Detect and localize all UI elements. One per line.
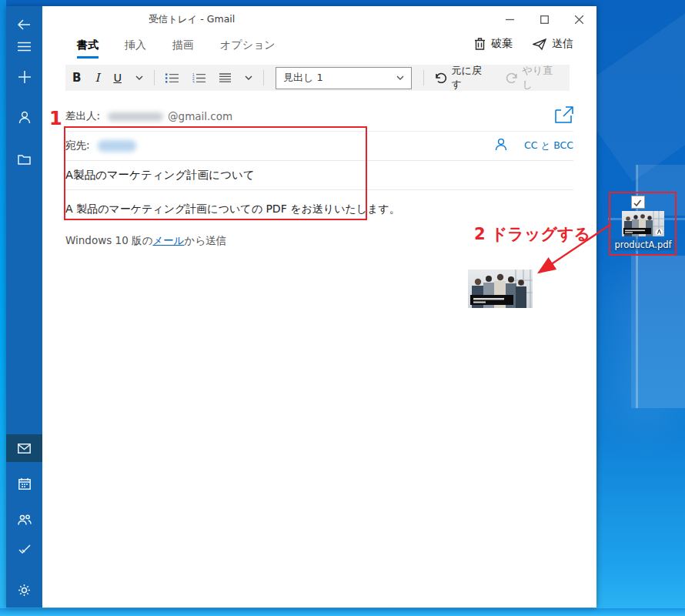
signature-line: Windows 10 版のメールから送信 [65, 234, 226, 248]
underline-button[interactable]: U [106, 67, 129, 89]
heading-style-value: 見出し 1 [283, 71, 323, 85]
send-button[interactable]: 送信 [533, 37, 573, 51]
redo-icon [506, 72, 518, 83]
add-contact-icon [495, 138, 507, 151]
send-icon [533, 38, 546, 50]
mail-app-link[interactable]: メール [152, 234, 184, 246]
svg-text:3: 3 [192, 80, 195, 83]
hamburger-menu-icon [18, 42, 31, 52]
to-row-actions: CC と BCC [495, 138, 573, 154]
add-contact-button[interactable] [495, 138, 507, 154]
chevron-down-icon [245, 75, 252, 80]
numbered-list-button[interactable]: 123 [185, 67, 212, 89]
minimize-icon [506, 15, 514, 24]
mail-icon [18, 444, 31, 454]
undo-icon [435, 72, 447, 83]
calendar-icon [18, 478, 31, 490]
people-icon [18, 514, 32, 525]
numbered-list-icon: 123 [192, 73, 206, 83]
annotation-rect-desktop-icon [609, 192, 677, 256]
folders-button[interactable] [6, 146, 42, 173]
close-icon [575, 15, 583, 24]
maximize-icon [540, 15, 549, 24]
mail-sidebar [6, 6, 42, 608]
wallpaper-bottom-glow [0, 608, 685, 616]
tab-options[interactable]: オプション [220, 38, 276, 59]
tab-draw[interactable]: 描画 [172, 38, 194, 59]
italic-button[interactable]: I [88, 67, 106, 89]
annotation-rect-fields [64, 126, 367, 220]
new-mail-icon [18, 71, 31, 83]
discard-label: 破棄 [491, 37, 513, 51]
toolbar-separator [423, 70, 424, 85]
from-domain: @gmail.com [168, 110, 232, 122]
tab-insert[interactable]: 挿入 [125, 38, 146, 59]
back-arrow-icon [18, 19, 31, 30]
toolbar-separator [154, 70, 155, 85]
align-button[interactable] [212, 67, 238, 89]
ribbon-actions: 破棄 送信 [474, 37, 573, 51]
from-address-redacted [108, 112, 163, 121]
signature-suffix: から送信 [184, 234, 226, 246]
bold-button[interactable]: B [65, 67, 88, 89]
close-button[interactable] [562, 6, 596, 32]
undo-button[interactable]: 元に戻す [428, 64, 499, 92]
bullet-list-button[interactable] [159, 67, 185, 89]
heading-style-dropdown[interactable]: 見出し 1 [276, 67, 412, 89]
tab-format[interactable]: 書式 [77, 38, 99, 59]
todo-icon [18, 544, 31, 554]
discard-button[interactable]: 破棄 [474, 37, 513, 51]
minimize-button[interactable] [493, 6, 527, 32]
redo-label: やり直し [523, 64, 563, 92]
open-in-new-window-button[interactable] [555, 106, 573, 126]
message-body-field[interactable]: A 製品のマーケティング計画についての PDF をお送りいたします。 [65, 189, 573, 608]
font-options-chevron[interactable] [129, 67, 150, 89]
wallpaper-left-glow [0, 0, 6, 616]
align-icon [219, 73, 231, 83]
window-title: 受信トレイ - Gmail [149, 13, 235, 26]
toolbar-separator [263, 70, 264, 85]
meeting-photo-thumbnail [468, 270, 533, 308]
sidebar-item-mail[interactable] [6, 434, 42, 462]
mail-content: 受信トレイ - Gmail 書式 挿入 描画 オプション 破棄 [42, 6, 596, 608]
format-toolbar: B I U 123 見出し 1 [65, 65, 570, 91]
sidebar-item-todo[interactable] [6, 535, 42, 563]
settings-gear-icon [18, 584, 31, 597]
window-controls [493, 6, 596, 32]
annotation-step-2: 2 ドラッグする [474, 223, 590, 245]
chevron-down-icon [396, 75, 404, 80]
undo-label: 元に戻す [452, 64, 492, 92]
popout-icon [555, 106, 573, 123]
folders-icon [18, 154, 31, 165]
ribbon-tabs: 書式 挿入 描画 オプション [77, 38, 276, 59]
new-mail-button[interactable] [6, 63, 42, 91]
paragraph-options-chevron[interactable] [238, 67, 259, 89]
trash-icon [474, 38, 486, 50]
windows-logo-pane-bottom [631, 256, 685, 408]
sidebar-item-calendar[interactable] [6, 470, 42, 497]
send-label: 送信 [552, 37, 573, 51]
annotation-step-1: 1 [49, 108, 62, 129]
dragged-pdf-thumbnail[interactable] [468, 270, 533, 308]
sidebar-item-people[interactable] [6, 506, 42, 534]
mail-app-window: 受信トレイ - Gmail 書式 挿入 描画 オプション 破棄 [6, 6, 596, 608]
menu-button[interactable] [6, 32, 42, 60]
from-label: 差出人: [65, 109, 100, 123]
bullet-list-icon [165, 73, 179, 83]
signature-prefix: Windows 10 版の [65, 234, 152, 246]
chevron-down-icon [135, 75, 143, 80]
redo-button[interactable]: やり直し [499, 64, 570, 92]
accounts-button[interactable] [6, 103, 42, 131]
cc-bcc-button[interactable]: CC と BCC [524, 139, 573, 152]
maximize-button[interactable] [527, 6, 562, 32]
account-icon [18, 111, 31, 124]
sidebar-item-settings[interactable] [6, 576, 42, 604]
